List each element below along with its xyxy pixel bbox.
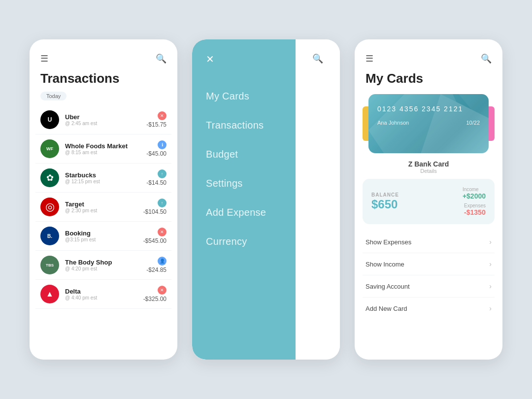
tx-time: @ 4:40 pm est <box>65 295 143 300</box>
card-menu-list: Show Expenses › Show Income › Saving Acc… <box>355 231 502 319</box>
cards-carousel: 0123 4356 2345 2121 Ana Johnson 10/22 <box>355 94 502 153</box>
card-holder: Ana Johnson 10/22 <box>377 120 480 126</box>
menu-item-transactions[interactable]: Transactions <box>192 111 296 140</box>
table-row[interactable]: B. Booking @3:15 pm est ✕ -$545.00 <box>35 222 171 251</box>
card-bank-name: Z Bank Card <box>355 160 502 168</box>
menu-right-panel: 🔍 <box>296 39 340 360</box>
tx-name: Target <box>65 200 143 208</box>
tx-time: @ 8:15 am est <box>65 150 146 155</box>
tx-badge: ✕ <box>158 286 166 295</box>
tx-amount: -$15.75 <box>146 121 166 128</box>
expenses-amount: -$1350 <box>464 208 486 216</box>
table-row[interactable]: ▲ Delta @ 4:40 pm est ✕ -$325.00 <box>35 280 171 309</box>
tx-time: @ 2:45 am est <box>65 121 146 126</box>
income-amount: +$2000 <box>463 192 486 200</box>
tx-name: Delta <box>65 288 143 295</box>
mycards-title: My Cards <box>355 69 502 94</box>
menu-item-budget[interactable]: Budget <box>192 140 296 169</box>
table-row[interactable]: WF Whole Foods Market @ 8:15 am est ℹ -$… <box>35 134 171 164</box>
expenses-label: Expenses <box>464 203 486 208</box>
balance-amount: $650 <box>371 198 463 211</box>
chevron-right-icon: › <box>489 238 492 246</box>
transactions-screen: ☰ 🔍 Transactions Today U Uber @ 2:45 am … <box>30 39 177 360</box>
target-logo: ◎ <box>40 198 59 216</box>
show-expenses-item[interactable]: Show Expenses › <box>363 231 495 253</box>
hamburger-icon[interactable]: ☰ <box>366 53 373 64</box>
menu-item-currency[interactable]: Currency <box>192 227 296 256</box>
menu-item-mycards[interactable]: My Cards <box>192 82 296 111</box>
show-expenses-label: Show Expenses <box>366 238 411 246</box>
tx-badge: ℹ <box>158 140 166 149</box>
chevron-right-icon: › <box>489 260 492 268</box>
add-new-card-label: Add New Card <box>366 305 407 312</box>
card-number: 0123 4356 2345 2121 <box>377 105 480 113</box>
chevron-right-icon: › <box>489 304 492 312</box>
tx-name: Uber <box>65 113 146 121</box>
tx-badge: ✕ <box>158 228 166 236</box>
mycards-screen: ☰ 🔍 My Cards 0123 4356 2345 2121 Ana Joh… <box>355 39 502 360</box>
card-expiry: 10/22 <box>466 120 480 126</box>
today-badge: Today <box>40 92 66 100</box>
search-icon[interactable]: 🔍 <box>156 53 166 64</box>
transactions-title: Transactions <box>30 69 177 91</box>
hamburger-icon[interactable]: ☰ <box>40 53 48 64</box>
delta-logo: ▲ <box>40 285 59 303</box>
transactions-header: ☰ 🔍 <box>30 39 177 69</box>
tx-time: @ 2:30 pm est <box>65 208 143 213</box>
saving-account-label: Saving Account <box>366 283 410 290</box>
table-row[interactable]: ✿ Starbucks @ 12:15 pm est ↑ -$14.50 <box>35 164 171 193</box>
tx-time: @ 12:15 pm est <box>65 179 146 184</box>
tx-amount: -$104.50 <box>143 208 166 215</box>
tx-badge: ↑ <box>158 199 166 207</box>
wfm-logo: WF <box>40 139 59 158</box>
card-holder-name: Ana Johnson <box>377 120 409 126</box>
starbucks-logo: ✿ <box>40 168 59 187</box>
menu-panel: ✕ My Cards Transactions Budget Settings … <box>192 39 296 360</box>
booking-logo: B. <box>40 227 59 245</box>
saving-account-item[interactable]: Saving Account › <box>363 275 495 298</box>
table-row[interactable]: U Uber @ 2:45 am est ✕ -$15.75 <box>35 105 171 134</box>
add-new-card-item[interactable]: Add New Card › <box>363 298 495 319</box>
credit-card[interactable]: 0123 4356 2345 2121 Ana Johnson 10/22 <box>368 94 489 153</box>
card-tab-left[interactable] <box>363 106 368 141</box>
balance-label: BALANCE <box>371 192 463 198</box>
tx-amount: -$24.85 <box>146 266 166 273</box>
tx-time: @ 4:20 pm est <box>65 266 146 271</box>
card-tab-right[interactable] <box>489 106 495 141</box>
tx-name: The Body Shop <box>65 259 146 266</box>
close-icon[interactable]: ✕ <box>192 53 296 77</box>
tx-name: Whole Foods Market <box>65 142 146 150</box>
transaction-list: U Uber @ 2:45 am est ✕ -$15.75 WF Whole … <box>30 105 177 309</box>
tx-name: Starbucks <box>65 171 146 179</box>
tx-amount: -$45.00 <box>146 150 166 157</box>
tx-badge: ↑ <box>158 169 166 178</box>
menu-screen: ✕ My Cards Transactions Budget Settings … <box>192 39 340 360</box>
tx-amount: -$14.50 <box>146 179 166 186</box>
menu-item-addexpense[interactable]: Add Expense <box>192 198 296 227</box>
tx-name: Booking <box>65 230 143 237</box>
mycards-header: ☰ 🔍 <box>355 39 502 69</box>
card-balance-box: BALANCE $650 Income +$2000 Expenses -$13… <box>363 179 495 224</box>
menu-item-settings[interactable]: Settings <box>192 169 296 198</box>
tx-badge: ✕ <box>158 111 166 120</box>
table-row[interactable]: TBS The Body Shop @ 4:20 pm est 👤 -$24.8… <box>35 251 171 280</box>
tx-amount: -$545.00 <box>143 237 166 244</box>
tx-badge: 👤 <box>158 257 166 266</box>
card-details-section: Z Bank Card Details <box>355 160 502 174</box>
income-label: Income <box>463 187 486 192</box>
search-icon[interactable]: 🔍 <box>312 53 323 64</box>
show-income-item[interactable]: Show Income › <box>363 253 495 275</box>
bodyshop-logo: TBS <box>40 256 59 274</box>
tx-amount: -$325.00 <box>143 296 166 302</box>
menu-items: My Cards Transactions Budget Settings Ad… <box>192 82 296 256</box>
uber-logo: U <box>40 110 59 129</box>
chevron-right-icon: › <box>489 282 492 290</box>
table-row[interactable]: ◎ Target @ 2:30 pm est ↑ -$104.50 <box>35 193 171 222</box>
card-details-link[interactable]: Details <box>355 168 502 174</box>
show-income-label: Show Income <box>366 261 404 268</box>
tx-time: @3:15 pm est <box>65 237 143 242</box>
search-icon[interactable]: 🔍 <box>481 53 492 64</box>
